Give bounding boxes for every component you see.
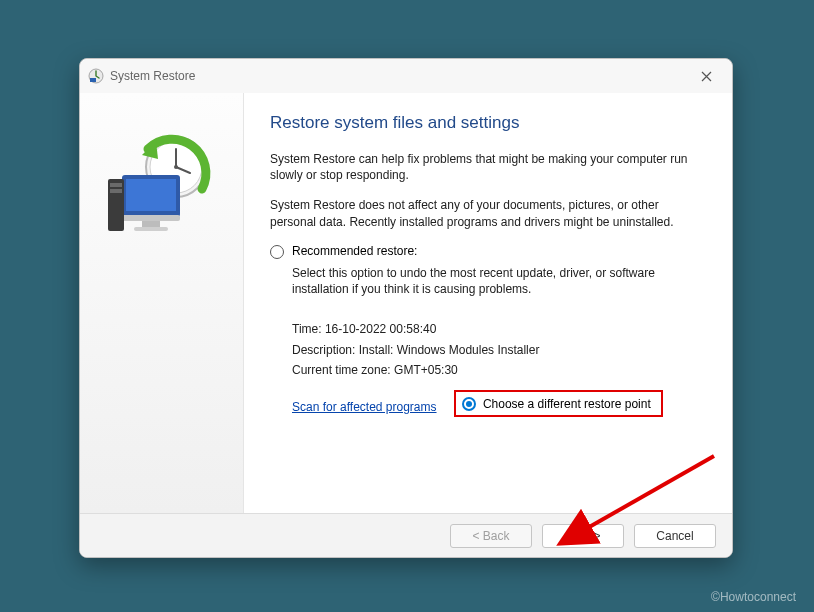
recommended-restore-description: Select this option to undo the most rece…	[292, 265, 682, 297]
cancel-button[interactable]: Cancel	[634, 524, 716, 548]
close-icon	[701, 71, 712, 82]
detail-time-label: Time:	[292, 322, 322, 336]
svg-rect-14	[110, 183, 122, 187]
close-button[interactable]	[688, 63, 724, 89]
svg-rect-9	[126, 179, 176, 211]
detail-timezone-value: GMT+05:30	[394, 363, 458, 377]
page-heading: Restore system files and settings	[270, 113, 706, 133]
sidebar-illustration-panel	[80, 93, 244, 513]
button-bar: < Back Next > Cancel	[80, 513, 732, 557]
svg-rect-12	[134, 227, 168, 231]
system-restore-icon	[88, 68, 104, 84]
intro-paragraph-1: System Restore can help fix problems tha…	[270, 151, 690, 183]
titlebar: System Restore	[80, 59, 732, 93]
scan-affected-programs-link[interactable]: Scan for affected programs	[292, 400, 437, 414]
svg-rect-15	[110, 189, 122, 193]
detail-time-value: 16-10-2022 00:58:40	[325, 322, 436, 336]
back-button: < Back	[450, 524, 532, 548]
restore-point-details: Time: 16-10-2022 00:58:40 Description: I…	[292, 319, 706, 380]
detail-description: Description: Install: Windows Modules In…	[292, 340, 706, 360]
window-title: System Restore	[110, 69, 688, 83]
restore-illustration	[98, 129, 226, 249]
choose-different-restore-label: Choose a different restore point	[483, 397, 651, 411]
detail-timezone: Current time zone: GMT+05:30	[292, 360, 706, 380]
watermark: ©Howtoconnect	[711, 590, 796, 604]
svg-rect-10	[122, 215, 180, 221]
recommended-restore-option[interactable]: Recommended restore:	[270, 244, 706, 259]
detail-description-label: Description:	[292, 343, 355, 357]
radio-selected-icon	[462, 397, 476, 411]
detail-timezone-label: Current time zone:	[292, 363, 391, 377]
system-restore-dialog: System Restore	[79, 58, 733, 558]
svg-point-6	[174, 165, 178, 169]
intro-paragraph-2: System Restore does not affect any of yo…	[270, 197, 690, 229]
svg-rect-11	[142, 221, 160, 227]
detail-description-value: Install: Windows Modules Installer	[359, 343, 540, 357]
next-button[interactable]: Next >	[542, 524, 624, 548]
radio-unselected-icon	[270, 245, 284, 259]
dialog-content: Restore system files and settings System…	[80, 93, 732, 513]
main-panel: Restore system files and settings System…	[244, 93, 732, 513]
svg-rect-1	[90, 78, 96, 82]
detail-time: Time: 16-10-2022 00:58:40	[292, 319, 706, 339]
choose-different-restore-option[interactable]: Choose a different restore point	[454, 390, 663, 417]
recommended-restore-label: Recommended restore:	[292, 244, 417, 258]
